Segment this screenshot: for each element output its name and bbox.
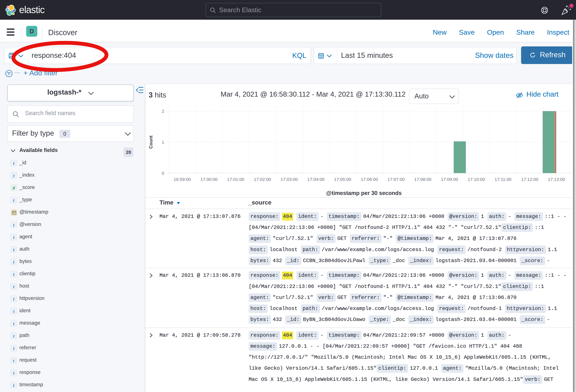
svg-text:17:03:00: 17:03:00: [281, 177, 298, 182]
svg-text:17:04:00: 17:04:00: [307, 177, 325, 182]
svg-text:@timestamp per 30 seconds: @timestamp per 30 seconds: [326, 190, 402, 196]
svg-text:Count: Count: [148, 136, 153, 149]
svg-text:17:05:00: 17:05:00: [334, 177, 351, 182]
svg-text:17:13:00: 17:13:00: [548, 177, 565, 182]
svg-text:2: 2: [162, 109, 164, 114]
svg-text:17:06:00: 17:06:00: [361, 177, 378, 182]
svg-text:17:12:00: 17:12:00: [521, 177, 538, 182]
svg-text:17:08:00: 17:08:00: [414, 177, 432, 182]
svg-text:17:10:00: 17:10:00: [468, 177, 485, 182]
svg-text:17:00:00: 17:00:00: [201, 177, 218, 182]
svg-text:17:09:00: 17:09:00: [441, 177, 458, 182]
svg-text:1: 1: [162, 140, 164, 145]
svg-text:0: 0: [162, 171, 164, 176]
svg-text:17:07:00: 17:07:00: [388, 177, 405, 182]
svg-text:17:01:00: 17:01:00: [227, 177, 244, 182]
svg-text:17:02:00: 17:02:00: [254, 177, 271, 182]
svg-text:16:59:00: 16:59:00: [174, 177, 191, 182]
svg-text:17:11:00: 17:11:00: [495, 177, 512, 182]
